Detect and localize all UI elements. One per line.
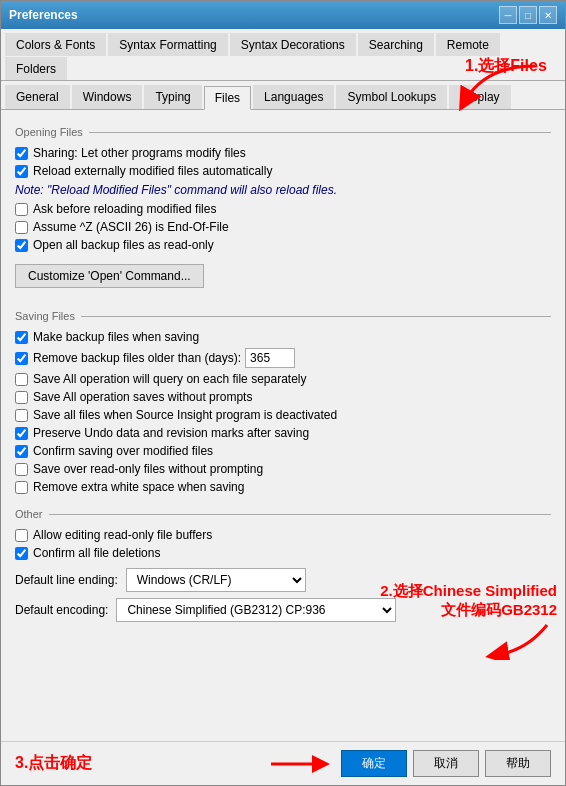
checkbox-allow-editing-input[interactable] [15,529,28,542]
checkbox-ask-reload-input[interactable] [15,203,28,216]
other-section: Other Allow editing read-only file buffe… [15,508,551,622]
checkbox-save-readonly: Save over read-only files without prompt… [15,462,551,476]
checkbox-assume-ctrl-z: Assume ^Z (ASCII 26) is End-Of-File [15,220,551,234]
tab-row-1: Colors & Fonts Syntax Formatting Syntax … [1,29,565,81]
line-ending-row: Default line ending: Windows (CR/LF) Uni… [15,568,551,592]
close-button[interactable]: ✕ [539,6,557,24]
step3-annotation: 3.点击确定 [15,753,92,774]
tab-general[interactable]: General [5,85,70,109]
checkbox-save-query: Save All operation will query on each fi… [15,372,551,386]
encoding-label: Default encoding: [15,603,108,617]
maximize-button[interactable]: □ [519,6,537,24]
checkbox-reload-auto-label: Reload externally modified files automat… [33,164,272,178]
checkbox-save-query-input[interactable] [15,373,28,386]
arrow-3-icon [271,752,331,776]
checkbox-allow-editing-label: Allow editing read-only file buffers [33,528,212,542]
preferences-window: Preferences ─ □ ✕ Colors & Fonts Syntax … [0,0,566,786]
tab-folders[interactable]: Folders [5,57,67,80]
checkbox-reload-auto-input[interactable] [15,165,28,178]
encoding-row: Default encoding: Chinese Simplified (GB… [15,598,551,622]
checkbox-confirm-delete: Confirm all file deletions [15,546,551,560]
checkbox-assume-ctrl-z-label: Assume ^Z (ASCII 26) is End-Of-File [33,220,229,234]
checkbox-remove-backup-label: Remove backup files older than (days): [33,351,241,365]
checkbox-save-query-label: Save All operation will query on each fi… [33,372,307,386]
checkbox-save-readonly-input[interactable] [15,463,28,476]
checkbox-preserve-undo-label: Preserve Undo data and revision marks af… [33,426,309,440]
checkbox-reload-auto: Reload externally modified files automat… [15,164,551,178]
checkbox-remove-whitespace: Remove extra white space when saving [15,480,551,494]
tab-languages[interactable]: Languages [253,85,334,109]
tab-windows[interactable]: Windows [72,85,143,109]
tab-files[interactable]: Files [204,86,251,110]
checkbox-remove-backup-input[interactable] [15,352,28,365]
checkbox-save-deactivated-input[interactable] [15,409,28,422]
confirm-button[interactable]: 确定 [341,750,407,777]
line-ending-select[interactable]: Windows (CR/LF) Unix (LF) Mac (CR) [126,568,306,592]
checkbox-save-no-prompt-input[interactable] [15,391,28,404]
cancel-button[interactable]: 取消 [413,750,479,777]
checkbox-save-deactivated: Save all files when Source Insight progr… [15,408,551,422]
tab-searching[interactable]: Searching [358,33,434,56]
opening-files-label: Opening Files [15,126,551,138]
tab-display[interactable]: Display [449,85,510,109]
checkbox-open-backup-input[interactable] [15,239,28,252]
footer: 3.点击确定 确定 取消 帮助 [1,741,565,785]
checkbox-preserve-undo-input[interactable] [15,427,28,440]
checkbox-open-backup: Open all backup files as read-only [15,238,551,252]
tab-symbol-lookups[interactable]: Symbol Lookups [336,85,447,109]
checkbox-make-backup: Make backup files when saving [15,330,551,344]
checkbox-remove-whitespace-label: Remove extra white space when saving [33,480,244,494]
help-button[interactable]: 帮助 [485,750,551,777]
opening-files-section: Opening Files Sharing: Let other program… [15,126,551,296]
checkbox-sharing-input[interactable] [15,147,28,160]
checkbox-sharing: Sharing: Let other programs modify files [15,146,551,160]
content-area: Opening Files Sharing: Let other program… [1,110,565,741]
saving-files-label: Saving Files [15,310,551,322]
tab-syntax-decorations[interactable]: Syntax Decorations [230,33,356,56]
window-title: Preferences [9,8,78,22]
checkbox-save-deactivated-label: Save all files when Source Insight progr… [33,408,337,422]
checkbox-remove-whitespace-input[interactable] [15,481,28,494]
checkbox-ask-reload-label: Ask before reloading modified files [33,202,216,216]
reload-note: Note: "Reload Modified Files" command wi… [15,183,551,197]
tab-syntax-formatting[interactable]: Syntax Formatting [108,33,227,56]
checkbox-sharing-label: Sharing: Let other programs modify files [33,146,246,160]
checkbox-ask-reload: Ask before reloading modified files [15,202,551,216]
title-bar: Preferences ─ □ ✕ [1,1,565,29]
checkbox-assume-ctrl-z-input[interactable] [15,221,28,234]
encoding-select[interactable]: Chinese Simplified (GB2312) CP:936 UTF-8… [116,598,396,622]
saving-files-section: Saving Files Make backup files when savi… [15,310,551,494]
customize-open-button[interactable]: Customize 'Open' Command... [15,264,204,288]
line-ending-label: Default line ending: [15,573,118,587]
checkbox-confirm-saving-input[interactable] [15,445,28,458]
checkbox-confirm-saving-label: Confirm saving over modified files [33,444,213,458]
checkbox-save-no-prompt-label: Save All operation saves without prompts [33,390,252,404]
checkbox-preserve-undo: Preserve Undo data and revision marks af… [15,426,551,440]
minimize-button[interactable]: ─ [499,6,517,24]
checkbox-allow-editing: Allow editing read-only file buffers [15,528,551,542]
checkbox-confirm-delete-input[interactable] [15,547,28,560]
checkbox-save-no-prompt: Save All operation saves without prompts [15,390,551,404]
checkbox-save-readonly-label: Save over read-only files without prompt… [33,462,263,476]
tab-colors-fonts[interactable]: Colors & Fonts [5,33,106,56]
checkbox-make-backup-label: Make backup files when saving [33,330,199,344]
checkbox-confirm-delete-label: Confirm all file deletions [33,546,160,560]
checkbox-remove-backup: Remove backup files older than (days): [15,348,551,368]
checkbox-make-backup-input[interactable] [15,331,28,344]
tab-row-2: General Windows Typing Files Languages S… [1,81,565,110]
other-section-label: Other [15,508,551,520]
tab-remote[interactable]: Remote [436,33,500,56]
days-input[interactable] [245,348,295,368]
tab-typing[interactable]: Typing [144,85,201,109]
checkbox-open-backup-label: Open all backup files as read-only [33,238,214,252]
window-controls: ─ □ ✕ [499,6,557,24]
checkbox-confirm-saving: Confirm saving over modified files [15,444,551,458]
